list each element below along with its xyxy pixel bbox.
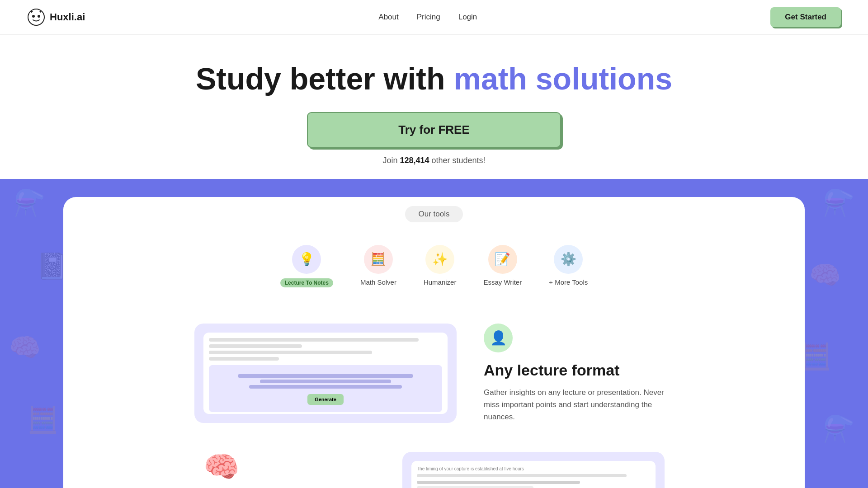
quiz-opt-1 bbox=[417, 486, 533, 488]
tool-badge-lecture: Lecture To Notes bbox=[280, 278, 333, 287]
logo-icon bbox=[27, 8, 45, 26]
ss-bar-1 bbox=[209, 338, 419, 342]
ss-hl-bar-1 bbox=[238, 374, 413, 378]
ss-hl-bar-2 bbox=[260, 380, 391, 383]
tool-item-more[interactable]: ⚙️ + More Tools bbox=[549, 245, 588, 287]
hero-sub-suffix: other students! bbox=[429, 156, 486, 165]
tool-inner-lecture: Lecture To Notes bbox=[280, 278, 333, 287]
deco-calc-right: 🧮 bbox=[800, 342, 832, 371]
tool-item-humanizer[interactable]: ✨ Humanizer bbox=[424, 245, 457, 287]
nav-login[interactable]: Login bbox=[458, 13, 477, 22]
feature2-section: 🧠 Smart Notes, flashcards and quizzes Th… bbox=[63, 446, 805, 488]
ss-bar-2 bbox=[209, 344, 302, 348]
tool-label-math: Math Solver bbox=[360, 278, 396, 286]
hero-section: Study better with math solutions Try for… bbox=[0, 35, 868, 179]
hero-title: Study better with math solutions bbox=[9, 62, 859, 96]
tool-label-essay: Essay Writer bbox=[483, 278, 522, 286]
quiz-header: The timing of your capture is establishe… bbox=[417, 466, 650, 471]
quiz-question bbox=[417, 481, 650, 484]
get-started-button[interactable]: Get Started bbox=[770, 7, 841, 27]
quiz-q-line bbox=[417, 481, 580, 484]
ss-hl-bar-3 bbox=[249, 385, 402, 389]
tool-label-humanizer: Humanizer bbox=[424, 278, 457, 286]
deco-flask-right: ⚗️ bbox=[823, 188, 854, 218]
feature1-text: 👤 Any lecture format Gather insights on … bbox=[484, 324, 674, 423]
ss-bar-3 bbox=[209, 351, 372, 354]
tools-header-label: Our tools bbox=[405, 206, 463, 222]
svg-point-2 bbox=[38, 15, 40, 18]
svg-point-0 bbox=[28, 9, 44, 25]
deco-flask-right2: ⚗️ bbox=[823, 414, 854, 444]
hero-subtitle: Join 128,414 other students! bbox=[9, 156, 859, 165]
tool-label-more: + More Tools bbox=[549, 278, 588, 286]
white-card: Our tools 💡 Lecture To Notes 🧮 Math Solv… bbox=[63, 197, 805, 488]
hero-sub-count: 128,414 bbox=[400, 156, 429, 165]
deco-brain-left: 🧠 bbox=[9, 333, 41, 362]
logo[interactable]: Huxli.ai bbox=[27, 8, 85, 26]
tool-item-essay[interactable]: 📝 Essay Writer bbox=[483, 245, 522, 287]
feature2-brain-icon: 🧠 bbox=[203, 450, 375, 484]
nav-pricing[interactable]: Pricing bbox=[417, 13, 440, 22]
tool-icon-humanizer: ✨ bbox=[425, 245, 454, 274]
feature1-title: Any lecture format bbox=[484, 361, 674, 379]
hero-title-accent: math solutions bbox=[453, 61, 672, 96]
ss-bar-4 bbox=[209, 357, 279, 361]
tools-header: Our tools bbox=[63, 197, 805, 236]
feature1-desc: Gather insights on any lecture or presen… bbox=[484, 386, 674, 423]
ss-highlight: Generate bbox=[209, 365, 442, 412]
feature2-text: 🧠 Smart Notes, flashcards and quizzes bbox=[203, 450, 375, 488]
hero-cta-button[interactable]: Try for FREE bbox=[307, 112, 561, 148]
quiz-line-1 bbox=[417, 474, 627, 477]
deco-brain-right: 🧠 bbox=[809, 260, 841, 290]
nav-links: About Pricing Login bbox=[378, 13, 477, 22]
tools-icons-row: 💡 Lecture To Notes 🧮 Math Solver ✨ Human… bbox=[63, 236, 805, 301]
feature2-screenshot-inner: The timing of your capture is establishe… bbox=[411, 461, 656, 488]
ss-btn: Generate bbox=[307, 394, 344, 405]
feature1-section: Generate 👤 Any lecture format Gather ins… bbox=[63, 301, 805, 446]
hero-sub-prefix: Join bbox=[382, 156, 400, 165]
feature1-screenshot: Generate bbox=[194, 324, 457, 423]
tool-icon-more: ⚙️ bbox=[554, 245, 583, 274]
tool-item-lecture[interactable]: 💡 Lecture To Notes bbox=[280, 245, 333, 287]
navbar: Huxli.ai About Pricing Login Get Started bbox=[0, 0, 868, 35]
hero-title-part1: Study better with bbox=[196, 61, 453, 96]
tool-icon-lecture: 💡 bbox=[292, 245, 321, 274]
tool-icon-math: 🧮 bbox=[364, 245, 393, 274]
deco-flask-left: ⚗️ bbox=[14, 188, 45, 218]
feature1-icon: 👤 bbox=[484, 324, 513, 352]
svg-point-1 bbox=[32, 15, 35, 18]
tool-icon-essay: 📝 bbox=[488, 245, 517, 274]
screenshot-inner: Generate bbox=[203, 333, 448, 414]
tool-item-math[interactable]: 🧮 Math Solver bbox=[360, 245, 396, 287]
nav-about[interactable]: About bbox=[378, 13, 398, 22]
feature2-screenshot: The timing of your capture is establishe… bbox=[402, 452, 665, 488]
logo-text: Huxli.ai bbox=[50, 11, 85, 23]
deco-calc-left: 🧮 bbox=[27, 405, 59, 435]
purple-section: ⚗️ 📓 🧠 🧮 ⚗️ 🧠 🧮 ⚗️ Our tools 💡 Lecture T… bbox=[0, 179, 868, 488]
